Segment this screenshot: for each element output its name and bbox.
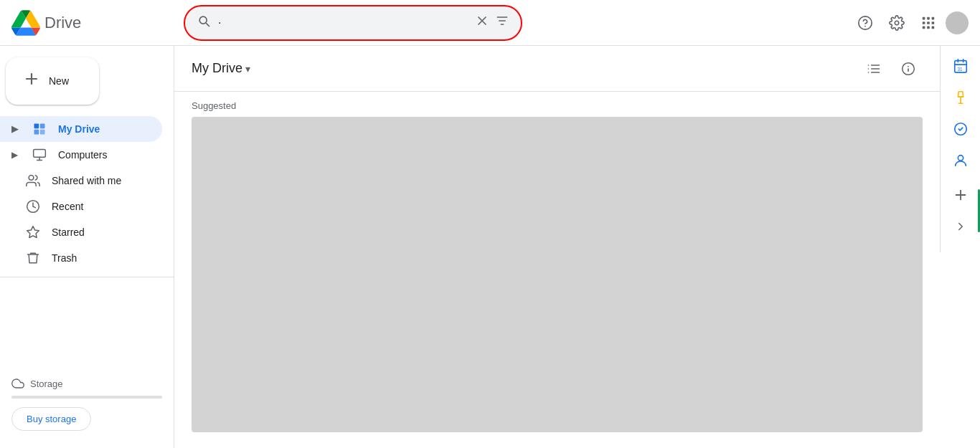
settings-button[interactable] (882, 9, 911, 37)
help-button[interactable] (851, 9, 880, 37)
my-drive-label: My Drive (58, 123, 100, 135)
sidebar: New ▶ My Drive ▶ Co (0, 46, 174, 448)
recent-label: Recent (52, 201, 83, 212)
trash-icon (26, 251, 40, 265)
svg-rect-10 (932, 26, 935, 29)
svg-point-22 (958, 156, 963, 161)
svg-rect-11 (34, 124, 39, 129)
plus-icon (23, 70, 40, 92)
main-layout: New ▶ My Drive ▶ Co (0, 46, 980, 448)
content-body: Suggested (174, 92, 940, 448)
sidebar-item-starred[interactable]: Starred (0, 219, 162, 245)
search-input[interactable] (218, 16, 468, 29)
sidebar-item-shared-with-me[interactable]: Shared with me (0, 168, 162, 194)
search-clear-icon[interactable] (475, 14, 489, 32)
tasks-button[interactable] (946, 115, 975, 143)
calendar-button[interactable]: 31 (946, 52, 975, 80)
right-panel: 31 (940, 46, 980, 252)
storage-section: Storage Buy storage (0, 371, 174, 442)
storage-text: Storage (30, 378, 63, 389)
expand-icon: ▶ (11, 124, 18, 134)
svg-point-16 (29, 176, 34, 181)
drive-title: My Drive ▾ (192, 61, 250, 76)
svg-rect-8 (923, 26, 925, 29)
content-area: My Drive ▾ Suggested (174, 46, 940, 448)
add-panel-button[interactable] (946, 181, 975, 209)
svg-rect-5 (923, 22, 925, 24)
my-drive-icon (32, 122, 47, 136)
search-filter-icon[interactable] (495, 14, 509, 32)
new-button-label: New (49, 75, 69, 87)
drive-title-text: My Drive (192, 61, 242, 76)
right-panel-bottom (946, 181, 975, 252)
apps-button[interactable] (914, 9, 943, 37)
search-icon[interactable] (197, 14, 211, 32)
svg-rect-2 (923, 16, 925, 19)
sidebar-item-my-drive[interactable]: ▶ My Drive (0, 116, 162, 142)
new-button[interactable]: New (6, 57, 99, 105)
svg-rect-13 (34, 130, 39, 135)
drive-logo-icon (11, 9, 40, 37)
storage-bar-outer (11, 396, 162, 399)
content-header: My Drive ▾ (174, 46, 940, 92)
storage-label: Storage (11, 377, 162, 390)
cloud-icon (11, 377, 24, 390)
logo-area: Drive (11, 9, 176, 37)
svg-rect-3 (927, 16, 930, 19)
svg-rect-4 (932, 16, 935, 19)
search-bar (185, 6, 521, 39)
svg-text:31: 31 (957, 67, 963, 72)
svg-rect-9 (927, 26, 930, 29)
computers-label: Computers (58, 149, 107, 161)
svg-point-0 (859, 16, 872, 29)
contacts-button[interactable] (946, 146, 975, 175)
svg-rect-14 (40, 130, 45, 135)
starred-icon (26, 225, 40, 239)
shared-with-me-label: Shared with me (52, 175, 121, 186)
svg-rect-7 (932, 22, 935, 24)
title-chevron-icon[interactable]: ▾ (245, 63, 250, 75)
sidebar-divider (0, 277, 174, 277)
list-view-button[interactable] (859, 54, 888, 83)
starred-label: Starred (52, 227, 85, 238)
svg-rect-15 (34, 150, 46, 158)
sidebar-item-recent[interactable]: Recent (0, 194, 162, 219)
keep-button[interactable] (946, 83, 975, 112)
svg-rect-12 (40, 124, 45, 129)
trash-label: Trash (52, 252, 77, 264)
header-icons (851, 9, 969, 37)
shared-icon (26, 173, 40, 188)
svg-point-1 (864, 25, 866, 27)
expand-icon-computers: ▶ (11, 150, 18, 160)
buy-storage-button[interactable]: Buy storage (11, 407, 91, 431)
info-button[interactable] (894, 54, 923, 83)
app-header: Drive (0, 0, 980, 46)
right-panel-wrapper: 31 (940, 46, 980, 448)
storage-bar-inner (11, 396, 162, 399)
computers-icon (32, 148, 47, 162)
app-title: Drive (44, 14, 81, 32)
svg-rect-6 (927, 22, 930, 24)
suggested-content-area (192, 117, 923, 432)
avatar-button[interactable] (946, 11, 969, 34)
suggested-label: Suggested (174, 92, 940, 117)
expand-panel-button[interactable] (946, 212, 975, 241)
recent-icon (26, 199, 40, 214)
sidebar-item-computers[interactable]: ▶ Computers (0, 142, 162, 168)
sidebar-item-trash[interactable]: Trash (0, 245, 162, 271)
